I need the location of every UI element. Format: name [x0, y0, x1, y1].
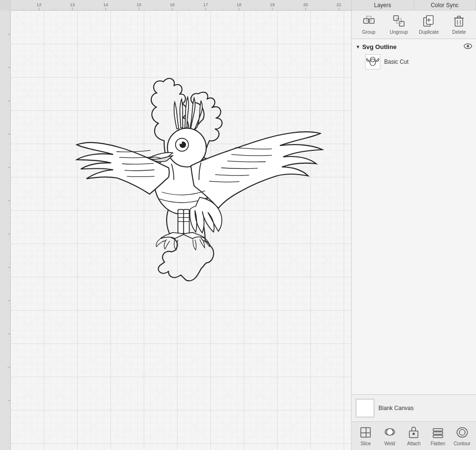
svg-rect-93 — [433, 432, 443, 434]
duplicate-button[interactable]: Duplicate — [417, 13, 441, 37]
slice-button[interactable]: Slice — [354, 424, 377, 448]
svg-rect-92 — [433, 429, 443, 431]
layer-item-label: Basic Cut — [384, 59, 408, 65]
bottom-panel-toolbar: Slice Weld Attach — [352, 421, 476, 450]
group-icon — [362, 14, 376, 28]
svg-text:12: 12 — [37, 2, 41, 7]
duplicate-label: Duplicate — [419, 29, 439, 35]
canvas-label: Blank Canvas — [378, 405, 414, 411]
svg-text:20: 20 — [303, 2, 308, 7]
svg-rect-67 — [397, 19, 401, 23]
canvas-preview: Blank Canvas — [352, 394, 476, 421]
contour-label: Contour — [454, 441, 471, 446]
layer-section: ▼ Svg Outline Basic Cut — [352, 39, 476, 219]
ruler-left — [0, 10, 10, 450]
svg-rect-85 — [361, 428, 370, 437]
group-label: Group — [362, 29, 376, 35]
right-panel: Layers Color Sync Group — [351, 0, 476, 450]
layer-group-arrow: ▼ — [356, 44, 360, 49]
tab-layers[interactable]: Layers — [352, 0, 414, 10]
svg-text:21: 21 — [337, 2, 341, 7]
svg-text:13: 13 — [70, 2, 75, 7]
ungroup-button[interactable]: Ungroup — [387, 13, 411, 37]
svg-text:16: 16 — [170, 2, 175, 7]
delete-button[interactable]: Delete — [447, 13, 471, 37]
attach-button[interactable]: Attach — [402, 424, 426, 448]
flatten-label: Flatten — [431, 441, 446, 446]
duplicate-icon — [422, 14, 436, 28]
svg-rect-83 — [356, 399, 374, 417]
group-button[interactable]: Group — [357, 13, 381, 37]
contour-button[interactable]: Contour — [450, 424, 474, 448]
attach-icon — [407, 426, 420, 439]
layer-group-title: Svg Outline — [362, 43, 462, 50]
svg-rect-66 — [399, 21, 404, 26]
contour-icon — [456, 426, 469, 439]
grid-canvas[interactable] — [10, 10, 351, 450]
svg-text:15: 15 — [137, 2, 141, 7]
svg-text:17: 17 — [203, 2, 208, 7]
visibility-toggle[interactable] — [464, 43, 472, 50]
canvas-area: 12 13 14 15 16 17 18 19 20 21 — [0, 0, 351, 450]
slice-icon — [359, 426, 372, 439]
delete-icon — [452, 14, 466, 28]
svg-rect-65 — [394, 16, 398, 20]
ungroup-icon — [392, 14, 406, 28]
svg-text:14: 14 — [103, 2, 108, 7]
flatten-button[interactable]: Flatten — [426, 424, 450, 448]
svg-text:18: 18 — [237, 2, 241, 7]
layer-item[interactable]: Basic Cut — [352, 52, 476, 71]
ruler-top: 12 13 14 15 16 17 18 19 20 21 — [0, 0, 351, 10]
weld-label: Weld — [385, 441, 396, 446]
panel-toolbar: Group Ungroup Duplicate — [352, 10, 476, 39]
svg-point-91 — [413, 433, 415, 435]
attach-label: Attach — [407, 441, 420, 446]
tab-color-sync[interactable]: Color Sync — [414, 0, 476, 10]
svg-point-81 — [370, 59, 376, 66]
svg-point-80 — [467, 45, 469, 48]
panel-spacer — [352, 219, 476, 395]
svg-text:19: 19 — [270, 2, 275, 7]
weld-button[interactable]: Weld — [378, 424, 402, 448]
layer-group-header[interactable]: ▼ Svg Outline — [352, 41, 476, 52]
weld-icon — [383, 426, 397, 439]
canvas-thumbnail — [356, 399, 375, 418]
ruler-top-marks: 12 13 14 15 16 17 18 19 20 21 — [10, 0, 351, 10]
slice-label: Slice — [360, 441, 371, 446]
panel-tabs: Layers Color Sync — [352, 0, 476, 10]
ungroup-label: Ungroup — [390, 29, 408, 35]
svg-rect-72 — [455, 18, 463, 26]
layer-thumbnail — [365, 54, 380, 69]
svg-rect-63 — [369, 19, 374, 23]
flatten-icon — [431, 426, 445, 439]
ruler-corner — [0, 0, 10, 10]
svg-rect-94 — [433, 435, 443, 438]
svg-point-53 — [179, 142, 182, 144]
delete-label: Delete — [452, 29, 466, 35]
